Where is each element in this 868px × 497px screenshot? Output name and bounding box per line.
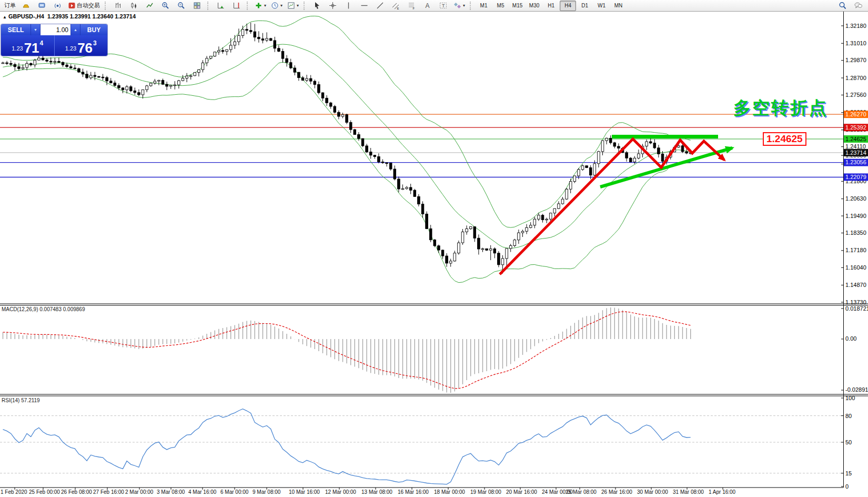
- gold-ingot-icon: [22, 2, 30, 9]
- sell-price-big: 71: [24, 43, 39, 54]
- tf-button-H1[interactable]: H1: [543, 1, 559, 11]
- line-chart-button[interactable]: [142, 0, 157, 12]
- tf-button-D1[interactable]: D1: [577, 1, 593, 11]
- shapes-button[interactable]: ▾: [451, 0, 467, 12]
- toolbar-separator: [470, 2, 473, 10]
- tf-button-M5[interactable]: M5: [492, 1, 509, 11]
- candlestick-chart-button[interactable]: [126, 0, 142, 12]
- tile-windows-button[interactable]: [189, 0, 205, 12]
- svg-text:80: 80: [845, 413, 852, 419]
- zoom-out-button[interactable]: [174, 0, 189, 12]
- symbol-ohlc: 1.23935 1.23991 1.23640 1.23714: [47, 13, 136, 19]
- chart-marker-icon: ▲: [3, 15, 7, 19]
- shapes-icon: [453, 2, 461, 9]
- chevron-down-icon: ▾: [264, 3, 266, 8]
- search-button[interactable]: [835, 0, 850, 12]
- rsi-indicator-label: RSI(14) 57.2119: [2, 397, 40, 403]
- sell-price[interactable]: 1.23 71 4: [1, 35, 55, 56]
- buy-price[interactable]: 1.23 76 3: [55, 35, 108, 56]
- svg-text:50: 50: [845, 439, 852, 445]
- tf-button-H4[interactable]: H4: [560, 1, 576, 11]
- svg-text:15: 15: [845, 470, 852, 476]
- vertical-line-button[interactable]: [341, 0, 356, 12]
- autotrading-icon: [68, 2, 76, 9]
- tile-windows-icon: [193, 2, 201, 9]
- crosshair-icon: [329, 2, 337, 9]
- volume-decrease-button[interactable]: ▼: [31, 24, 41, 35]
- equidistant-channel-icon: E: [392, 2, 400, 9]
- autotrading-button[interactable]: 自动交易: [66, 0, 102, 12]
- community-button[interactable]: [34, 0, 49, 12]
- volume-input[interactable]: [41, 24, 70, 35]
- volume-increase-button[interactable]: ▲: [70, 24, 80, 35]
- chat-button[interactable]: [851, 0, 866, 12]
- time-axis-label: 10 Mar 16:00: [289, 489, 320, 495]
- chart-shift-button[interactable]: [229, 0, 244, 12]
- time-axis-label: 25 Mar 08:00: [566, 489, 597, 495]
- new-order-button[interactable]: 订单: [2, 0, 18, 12]
- price-chart-svg[interactable]: 1.321801.310101.298701.287001.275601.263…: [0, 12, 868, 497]
- svg-text:1.16040: 1.16040: [845, 264, 866, 271]
- chevron-down-icon: ▾: [297, 3, 299, 8]
- text-button[interactable]: A: [420, 0, 435, 12]
- toolbar-separator: [304, 2, 307, 10]
- new-chart-button[interactable]: ▾: [253, 0, 268, 12]
- time-axis-label: 12 Mar 00:00: [325, 489, 356, 495]
- svg-text:1.18350: 1.18350: [845, 230, 866, 236]
- gold-ingot-button[interactable]: [18, 0, 34, 12]
- tf-button-M15[interactable]: M15: [509, 1, 526, 11]
- periodicity-icon: [271, 2, 279, 9]
- time-axis-label: 31 Mar 08:00: [673, 489, 704, 495]
- trendline-button[interactable]: [372, 0, 388, 12]
- equidistant-channel-button[interactable]: E: [388, 0, 403, 12]
- time-axis-label: 18 Mar 00:00: [434, 489, 465, 495]
- svg-text:1.20630: 1.20630: [845, 195, 866, 202]
- time-axis-label: 20 Mar 16:00: [506, 489, 537, 495]
- text-label-button[interactable]: T: [436, 0, 451, 12]
- time-axis-label: 19 Mar 08:00: [470, 489, 501, 495]
- time-axis-label: 4 Mar 16:00: [188, 489, 216, 495]
- buy-price-sup: 3: [93, 39, 97, 47]
- crosshair-button[interactable]: [325, 0, 340, 12]
- bar-chart-icon: [114, 2, 122, 9]
- svg-text:1.19490: 1.19490: [845, 213, 866, 219]
- tf-button-M1[interactable]: M1: [476, 1, 492, 11]
- zoom-in-button[interactable]: [158, 0, 173, 12]
- tf-button-W1[interactable]: W1: [593, 1, 610, 11]
- svg-text:1.28700: 1.28700: [845, 75, 866, 81]
- tf-button-M30[interactable]: M30: [526, 1, 542, 11]
- horizontal-line-icon: [360, 2, 368, 9]
- signal-icon: [54, 2, 62, 9]
- buy-price-big: 76: [77, 43, 93, 54]
- cursor-icon: [313, 2, 321, 9]
- chart-window: 1.321801.310101.298701.287001.275601.263…: [0, 12, 868, 497]
- tf-button-MN[interactable]: MN: [610, 1, 627, 11]
- fibonacci-button[interactable]: F: [404, 0, 419, 12]
- time-axis-label: 27 Feb 16:00: [93, 489, 124, 495]
- fibonacci-icon: F: [408, 2, 416, 9]
- bar-chart-button[interactable]: [110, 0, 126, 12]
- text-label-icon: T: [439, 2, 447, 9]
- svg-text:A: A: [426, 2, 430, 9]
- buy-button[interactable]: BUY: [80, 24, 107, 35]
- toolbar-separator: [247, 2, 250, 10]
- signal-button[interactable]: [50, 0, 65, 12]
- time-axis-label: 1 Feb 2020: [1, 489, 27, 495]
- chat-icon: [854, 2, 862, 9]
- new-chart-icon: [255, 2, 263, 9]
- periodicity-button[interactable]: ▾: [269, 0, 285, 12]
- svg-text:1.22079: 1.22079: [845, 174, 866, 180]
- horizontal-line-button[interactable]: [357, 0, 372, 12]
- sell-button[interactable]: SELL: [1, 24, 31, 35]
- svg-text:E: E: [397, 7, 399, 10]
- auto-scroll-icon: [217, 2, 225, 9]
- cursor-button[interactable]: [309, 0, 325, 12]
- time-axis-label: 26 Mar 16:00: [601, 489, 632, 495]
- time-axis-label: 6 Mar 00:00: [220, 489, 248, 495]
- symbol-name: GBPUSD-,H4: [8, 13, 44, 19]
- turning-point-annotation: 多空转折点: [733, 96, 828, 120]
- svg-text:100: 100: [845, 395, 855, 401]
- auto-scroll-button[interactable]: [213, 0, 228, 12]
- templates-button[interactable]: ▾: [285, 0, 301, 12]
- time-axis-label: 26 Feb 08:00: [61, 489, 92, 495]
